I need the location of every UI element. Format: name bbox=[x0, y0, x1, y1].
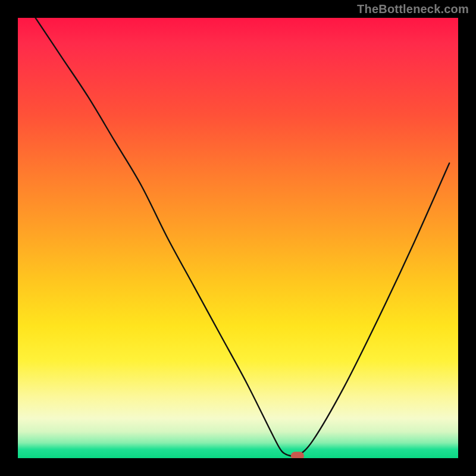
plot-area bbox=[18, 18, 458, 458]
bottleneck-curve bbox=[36, 18, 450, 458]
chart-svg bbox=[18, 18, 458, 458]
chart-frame: TheBottleneck.com bbox=[0, 0, 476, 476]
watermark-text: TheBottleneck.com bbox=[357, 2, 469, 16]
optimum-marker bbox=[291, 452, 304, 458]
